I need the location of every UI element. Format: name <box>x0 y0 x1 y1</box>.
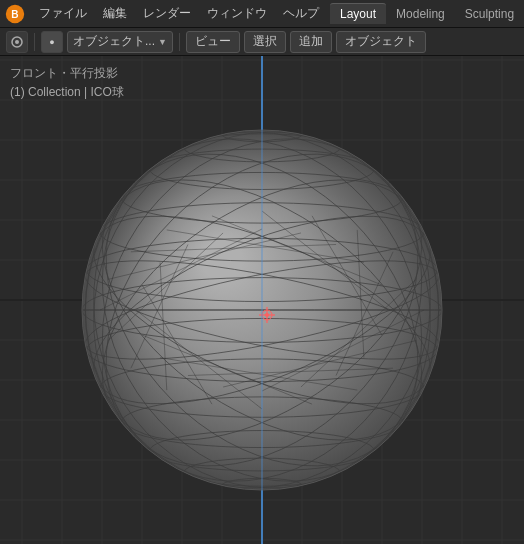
select-btn[interactable]: 選択 <box>244 31 286 53</box>
mode-icon-btn[interactable] <box>6 31 28 53</box>
tab-layout[interactable]: Layout <box>330 3 386 24</box>
separator-2 <box>179 33 180 51</box>
separator-1 <box>34 33 35 51</box>
object-btn[interactable]: オブジェクト <box>336 31 426 53</box>
menu-edit[interactable]: 編集 <box>96 3 134 24</box>
chevron-down-icon: ▼ <box>158 37 167 47</box>
tab-sculpting[interactable]: Sculpting <box>455 4 524 24</box>
view-btn[interactable]: ビュー <box>186 31 240 53</box>
svg-text:B: B <box>11 8 18 19</box>
global-icon-btn[interactable]: ● <box>41 31 63 53</box>
menu-render[interactable]: レンダー <box>136 3 198 24</box>
workspace-tabs: Layout Modeling Sculpting UV <box>330 3 524 24</box>
object-dropdown-label: オブジェクト... <box>73 33 155 50</box>
menu-window[interactable]: ウィンドウ <box>200 3 274 24</box>
viewport[interactable]: フロント・平行投影 (1) Collection | ICO球 <box>0 56 524 544</box>
top-menu-bar: B ファイル 編集 レンダー ウィンドウ ヘルプ Layout Modeling… <box>0 0 524 28</box>
blender-logo-icon: B <box>4 3 26 25</box>
svg-point-3 <box>15 40 19 44</box>
menu-file[interactable]: ファイル <box>32 3 94 24</box>
object-dropdown[interactable]: オブジェクト... ▼ <box>67 31 173 53</box>
header-toolbar: ● オブジェクト... ▼ ビュー 選択 追加 オブジェクト <box>0 28 524 56</box>
tab-modeling[interactable]: Modeling <box>386 4 455 24</box>
add-btn[interactable]: 追加 <box>290 31 332 53</box>
viewport-canvas <box>0 56 524 544</box>
object-mode-icon <box>10 35 24 49</box>
menu-help[interactable]: ヘルプ <box>276 3 326 24</box>
